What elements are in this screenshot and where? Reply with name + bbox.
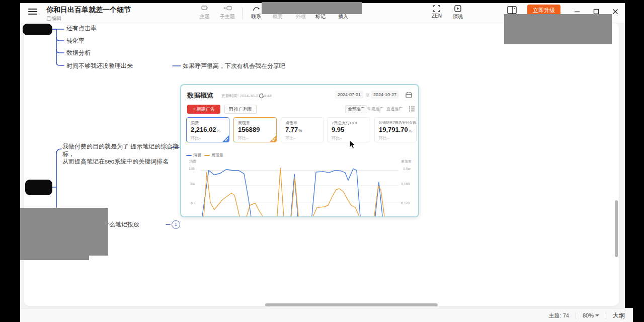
statusbar: 主题: 74 80% 大纲 (20, 308, 633, 322)
map-node-conversion[interactable]: 转化率 (66, 37, 85, 45)
collapsed-count-badge[interactable]: 1 (172, 220, 180, 229)
map-node-pay-purpose[interactable]: 我做付费的目的就是为了 提示笔记的综合指标， 从而提高笔记在seo系统中的关键词… (62, 143, 181, 166)
chevron-down-icon (595, 314, 599, 316)
metrics-chart (200, 161, 398, 216)
filter-tab-direct: 直通推广 (386, 106, 403, 112)
check-icon (224, 137, 228, 141)
zoom-control[interactable]: 80% (583, 312, 599, 318)
statusbar-divider (606, 312, 606, 319)
outline-button[interactable]: 大纲 (613, 311, 625, 320)
date-start-field: 2024-07-01 (335, 91, 363, 99)
left-tick: 84 (191, 182, 195, 186)
left-tick: 63 (191, 201, 195, 205)
metric-card-spend: 消费 2,216.02元 环比-- (186, 117, 229, 142)
metric-card-ctr: 点击率 7.77% 环比-- (281, 117, 324, 142)
left-axis-title: 消费 (189, 159, 196, 164)
map-node-note-placement[interactable]: 什么笔记投放 (103, 221, 139, 228)
right-tick: 1.0w (403, 167, 411, 171)
legend-item-spend: 消费 (186, 152, 201, 158)
promo-list-button: 推广列表 (224, 105, 257, 114)
vertical-scrollbar[interactable] (615, 200, 618, 257)
dashboard-title: 数据概览 (187, 91, 213, 100)
filter-tab-regular: 常规推广 (367, 106, 383, 112)
date-end-field: 2024-10-27 (371, 91, 399, 99)
right-tick: 6,120 (401, 201, 410, 205)
left-tick: 105 (189, 167, 195, 171)
statusbar-divider (576, 312, 576, 319)
metric-card-roi: 7日总支付ROI 9.95 环比-- (327, 117, 370, 142)
redacted-root-node-2[interactable] (25, 180, 52, 195)
legend-dash-orange (204, 155, 210, 156)
topic-count: 主题: 74 (549, 312, 569, 319)
redacted-root-node-1[interactable] (23, 24, 52, 35)
metric-card-pay-amount: 店铺销售7日总支付金额 19,791.70元 环比-- (374, 117, 417, 142)
date-separator: 至 (366, 93, 370, 98)
refresh-icon (259, 92, 264, 101)
redaction-box-toolbar (262, 2, 362, 14)
filter-tab-all: 全部推广 (345, 105, 367, 113)
map-node-floating-note[interactable]: 如果呼声很高，下次有机会我在分享吧 (183, 62, 285, 70)
redaction-box-bottom-left (20, 208, 108, 256)
redaction-box-top-right (504, 14, 612, 44)
map-node-data-analysis[interactable]: 数据分析 (66, 49, 91, 57)
list-view-icon (409, 105, 415, 114)
dashboard-image[interactable]: 数据概览 更新时间: 2024-10-27 18:48 2024-07-01 至… (180, 84, 419, 217)
map-node-ctr[interactable]: 还有点击率 (66, 25, 97, 32)
list-grid-icon (229, 107, 233, 111)
check-icon (272, 137, 276, 141)
right-tick: 8,160 (401, 182, 410, 186)
legend-item-impressions: 展现量 (204, 152, 223, 158)
horizontal-scrollbar[interactable] (265, 303, 438, 306)
right-axis-title: 展现量 (401, 159, 412, 164)
new-ad-button: + 新建广告 (187, 105, 220, 114)
mouse-cursor (349, 140, 356, 149)
metric-card-impressions: 展现量 156889 环比-- (233, 117, 277, 142)
redaction-box-bottom-left-step (20, 256, 89, 260)
legend-dash-blue (186, 155, 192, 156)
calendar-icon (406, 91, 412, 100)
app-window: 你和日出百单就差一个细节 已编辑 主题 子主题 联系 概要 外框 (0, 0, 644, 322)
map-node-no-time[interactable]: 时间不够我还没整理出来 (66, 62, 133, 70)
